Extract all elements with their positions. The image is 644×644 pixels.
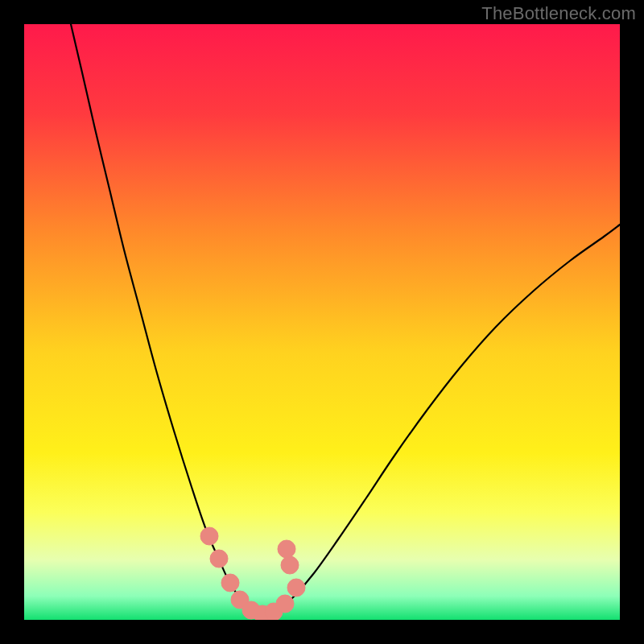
chart-frame: TheBottleneck.com (0, 0, 644, 644)
marker-dot (276, 595, 294, 613)
chart-svg (24, 24, 620, 620)
marker-dot (200, 527, 218, 545)
marker-dot (210, 550, 228, 568)
watermark-text: TheBottleneck.com (481, 3, 636, 24)
gradient-background (24, 24, 620, 620)
marker-dot (281, 556, 299, 574)
marker-dot (221, 574, 239, 592)
plot-area (24, 24, 620, 620)
marker-dot (278, 540, 295, 558)
marker-dot (287, 579, 305, 597)
